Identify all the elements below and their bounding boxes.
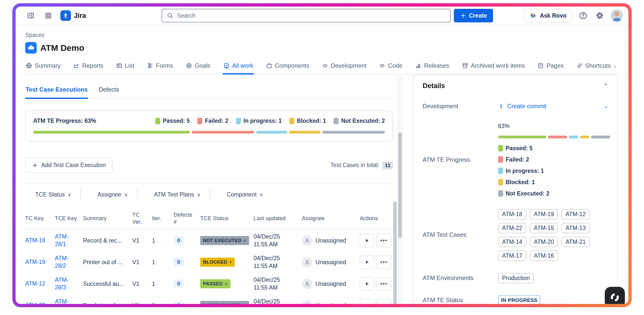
more-actions-button[interactable]: ••• [377, 234, 391, 247]
tab-goals[interactable]: Goals [185, 60, 211, 74]
column-header-actions[interactable]: Actions [360, 215, 393, 222]
tab-summary[interactable]: Summary [25, 60, 61, 74]
tce-key-link[interactable]: ATM-28/4 [55, 298, 73, 304]
test-case-chip[interactable]: ATM-18 [498, 209, 526, 219]
test-case-chip[interactable]: ATM-15 [530, 223, 558, 233]
subtab-test-case-executions[interactable]: Test Case Executions [25, 84, 88, 99]
test-case-chip[interactable]: ATM-13 [561, 223, 590, 233]
defects-count-pill[interactable]: 0 [174, 258, 184, 266]
tce-key-link[interactable]: ATM-28/3 [55, 276, 73, 291]
test-case-chip[interactable]: ATM-19 [530, 209, 558, 219]
details-panel: Details ⌃ Development Create commit ⌄ [413, 74, 618, 304]
subtab-defects[interactable]: Defects [98, 84, 119, 99]
chart-icon [73, 62, 80, 69]
column-header-iter-[interactable]: Iter. [152, 215, 174, 222]
user-avatar[interactable] [611, 10, 623, 22]
progress-segment [192, 131, 254, 134]
test-case-chip[interactable]: ATM-22 [498, 223, 526, 233]
column-header-defects-[interactable]: Defects # [174, 211, 200, 225]
defects-count-pill[interactable]: 0 [174, 280, 184, 288]
add-test-case-execution-button[interactable]: Add Test Case Execution [25, 158, 112, 173]
more-actions-button[interactable]: ••• [377, 277, 391, 291]
filter-atm-test-plans[interactable]: ATM Test Plans∨ [144, 191, 203, 198]
tc-key-link[interactable]: ATM-12 [25, 280, 55, 288]
status-badge-dropdown[interactable]: PASSED∨ [200, 279, 230, 288]
column-header-assignee[interactable]: Assignee [302, 215, 360, 222]
tab-pages[interactable]: Pages [537, 60, 564, 74]
test-case-chip[interactable]: ATM-21 [561, 237, 590, 247]
test-case-chip[interactable]: ATM-12 [561, 209, 590, 219]
last-updated-time: 11:55 AM [254, 284, 302, 292]
chevron-down-icon[interactable]: ⌄ [604, 103, 608, 109]
legend-color-swatch [236, 118, 241, 124]
breadcrumb[interactable]: Spaces [25, 32, 618, 38]
collapse-chevron-up-icon[interactable]: ⌃ [603, 83, 608, 90]
table-row[interactable]: ATM-18ATM-28/1Record & rec...V110NOT EXE… [25, 230, 393, 251]
run-play-button[interactable] [360, 277, 374, 291]
tab-reports[interactable]: Reports [73, 60, 104, 74]
defects-count-pill[interactable]: 0 [174, 236, 184, 245]
test-case-chip[interactable]: ATM-14 [498, 237, 526, 247]
tc-key-link[interactable]: ATM-19 [25, 258, 55, 266]
tab-label: Reports [82, 62, 103, 69]
column-header-summary[interactable]: Summary [83, 215, 132, 222]
defects-count-pill[interactable]: 0 [174, 301, 184, 304]
column-header-tce-status[interactable]: TCE Status [200, 215, 254, 222]
test-case-chip[interactable]: ATM-20 [530, 237, 558, 247]
tab-shortcuts[interactable]: Shortcuts⌄ [576, 60, 618, 74]
legend-label: Passed: 5 [506, 145, 533, 152]
table-row[interactable]: ATM-19ATM-28/2Printer out of ...V110BLOC… [25, 251, 393, 273]
filter-assignee[interactable]: Assignee∨ [88, 191, 131, 198]
create-commit-link[interactable]: Create commit [498, 103, 546, 110]
global-search[interactable] [162, 9, 451, 22]
ask-rovo-button[interactable]: Ask Rovo [524, 9, 572, 22]
status-badge-dropdown[interactable]: NOT EXECUTED∨ [200, 301, 249, 304]
tc-key-link[interactable]: ATM-18 [25, 237, 55, 244]
te-progress-legend-vertical: Passed: 5Failed: 2In progress: 1Blocked:… [498, 145, 610, 197]
jira-logo[interactable]: Jira [60, 10, 86, 21]
tab-releases[interactable]: Releases [415, 60, 450, 74]
tce-key-link[interactable]: ATM-28/2 [55, 255, 73, 270]
column-header-tce-key[interactable]: TCE Key [55, 215, 83, 222]
environment-chip[interactable]: Production [498, 273, 534, 283]
tc-key-link[interactable]: ATM-22 [25, 302, 55, 304]
tce-key-link[interactable]: ATM-28/1 [55, 233, 73, 248]
column-header-tc-key[interactable]: TC Key [25, 215, 55, 222]
run-play-button[interactable] [360, 234, 374, 247]
environments-label: ATM Environments [423, 274, 498, 283]
search-input[interactable] [177, 12, 446, 19]
test-case-chip[interactable]: ATM-17 [498, 251, 526, 261]
filter-component[interactable]: Component∨ [217, 191, 266, 198]
page-scrollbar-thumb[interactable] [398, 132, 402, 238]
run-play-button[interactable] [360, 255, 374, 269]
status-badge-dropdown[interactable]: NOT EXECUTED∨ [200, 236, 249, 245]
tab-list[interactable]: List [115, 60, 135, 74]
more-actions-button[interactable]: ••• [377, 299, 391, 304]
table-scrollbar-thumb[interactable] [393, 202, 397, 304]
rovo-chat-fab[interactable] [605, 287, 625, 304]
test-case-chip[interactable]: ATM-16 [530, 251, 558, 261]
link-icon [576, 62, 583, 69]
iteration-cell: 1 [152, 302, 174, 304]
help-icon[interactable] [578, 10, 589, 21]
column-header-last-updated[interactable]: Last updated [254, 215, 302, 222]
tab-forms[interactable]: Forms [146, 60, 174, 74]
app-name: Jira [74, 12, 86, 20]
tab-components[interactable]: Components [265, 60, 310, 74]
sidebar-expand-icon[interactable] [25, 10, 36, 21]
table-row[interactable]: ATM-12ATM-28/3Successful au...V110PASSED… [25, 273, 393, 295]
tab-development[interactable]: Development [321, 60, 367, 74]
run-play-button[interactable] [360, 299, 374, 304]
table-row[interactable]: ATM-22ATM-28/4Funds transfe...V110NOT EX… [25, 295, 393, 304]
column-header-tc-ver-[interactable]: TC Ver. [132, 211, 152, 225]
tab-all-work[interactable]: All work [223, 60, 254, 74]
status-badge-dropdown[interactable]: BLOCKED∨ [200, 258, 235, 267]
more-actions-button[interactable]: ••• [377, 255, 391, 269]
tab-code[interactable]: Code [378, 60, 403, 74]
settings-gear-icon[interactable] [594, 10, 605, 21]
filter-tce-status[interactable]: TCE Status∨ [25, 191, 74, 198]
tab-archived-work-items[interactable]: Archived work items [461, 60, 526, 74]
create-button[interactable]: Create [454, 9, 493, 22]
actions-cell: ••• [360, 277, 395, 291]
app-switcher-icon[interactable] [43, 10, 54, 21]
